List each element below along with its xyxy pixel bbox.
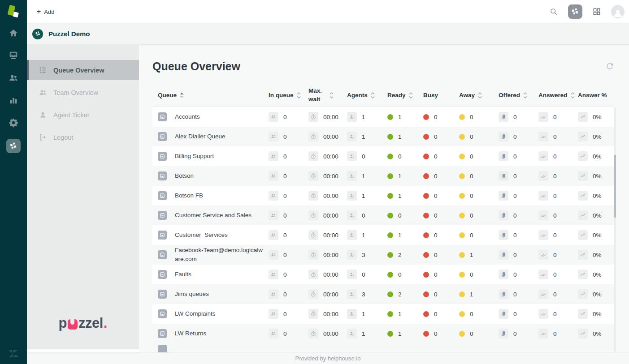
agents-value: 3	[362, 252, 365, 258]
busy-value: 0	[434, 193, 438, 199]
column-header-agents[interactable]: Agents	[343, 91, 384, 99]
sort-icon	[523, 91, 528, 99]
answer-pct-value: 0%	[593, 330, 602, 337]
ready-status-dot	[387, 154, 393, 159]
busy-status-dot	[423, 193, 429, 199]
answer-pct-trend-icon	[578, 171, 588, 181]
table-row[interactable]: Facebook-Team@demo.logicalware.com 0 00:…	[152, 245, 614, 265]
busy-status-dot	[423, 272, 429, 278]
ready-value: 1	[398, 114, 402, 120]
table-row[interactable]: Customer_Services 0 00:00 1 1 0	[152, 225, 614, 245]
agents-value: 1	[362, 330, 365, 337]
away-value: 0	[470, 114, 473, 120]
answered-value: 0	[553, 173, 557, 180]
busy-value: 0	[434, 311, 438, 317]
footer: Provided by helphouse.io	[27, 352, 629, 364]
home-icon[interactable]	[7, 27, 20, 39]
column-header-ready[interactable]: Ready	[384, 91, 420, 99]
column-header-max-wait[interactable]: Max. wait	[305, 87, 343, 103]
table-row[interactable]: LW Returns 0 00:00 1 1 0	[152, 324, 614, 343]
agents-icon	[347, 309, 357, 319]
table-row[interactable]: Botson FB 0 00:00 1 1 0	[152, 186, 614, 206]
puzzel-circle-icon	[32, 29, 43, 39]
answer-pct-trend-icon	[578, 151, 588, 161]
ready-value: 0	[398, 153, 402, 160]
in-queue-value: 0	[283, 291, 287, 298]
queue-icon	[158, 211, 167, 220]
agents-icon	[347, 112, 357, 122]
sidebar-item-agent-ticker[interactable]: Agent Ticker	[27, 105, 139, 125]
busy-value: 0	[434, 252, 438, 258]
offered-document-icon	[499, 250, 508, 260]
table-row[interactable]: Alex Dialler Queue 0 00:00 1 1 0	[152, 127, 614, 146]
table-row[interactable]: Accounts 0 00:00 1 1 0	[152, 107, 614, 127]
table-scrollbar[interactable]	[614, 107, 616, 352]
in-queue-value: 0	[283, 212, 287, 219]
settings-gear-icon[interactable]	[7, 116, 20, 129]
search-icon[interactable]	[549, 7, 558, 16]
answer-pct-trend-icon	[578, 289, 588, 299]
answer-pct-trend-icon	[578, 191, 588, 201]
inbox-icon[interactable]	[7, 49, 20, 62]
column-header-offered[interactable]: Offered	[495, 91, 535, 99]
column-header-busy[interactable]: Busy	[420, 92, 455, 98]
refresh-icon[interactable]	[605, 62, 614, 71]
people-icon[interactable]	[7, 72, 20, 84]
column-header-in-queue[interactable]: In queue	[265, 91, 305, 99]
column-header-away[interactable]: Away	[455, 91, 495, 99]
table-row[interactable]: Botson 0 00:00 1 1 0	[152, 166, 614, 186]
answer-pct-trend-icon	[578, 329, 588, 338]
table-row[interactable]: Billing Support 0 00:00 0 0 0	[152, 146, 614, 166]
table-row[interactable]: LW Complaints 0 00:00 1 1 0	[152, 304, 614, 324]
table-row[interactable]: Faults 0 00:00 0 0 0	[152, 265, 614, 284]
page-title: Queue Overview	[152, 60, 240, 73]
app-title: Puzzel Demo	[48, 30, 90, 38]
away-status-dot	[459, 173, 465, 179]
ready-status-dot	[387, 213, 393, 218]
max-wait-value: 00:00	[323, 114, 338, 120]
table-row[interactable]: Jims queues 0 00:00 3 2 0	[152, 284, 614, 304]
max-wait-stopwatch-icon	[308, 270, 318, 279]
table-row-partial[interactable]	[152, 343, 614, 352]
busy-value: 0	[434, 153, 438, 160]
answer-pct-trend-icon	[578, 309, 588, 319]
answer-pct-trend-icon	[578, 132, 588, 141]
queue-name: Facebook-Team@demo.logicalware.com	[175, 246, 265, 263]
puzzel-topbar-app-icon[interactable]	[568, 4, 582, 19]
sidebar-item-team-overview[interactable]: Team Overview	[27, 82, 139, 103]
agents-icon	[347, 132, 357, 141]
answer-pct-value: 0%	[593, 271, 602, 278]
sidebar: Queue Overview Team Overview Agent Ticke…	[27, 45, 139, 349]
puzzel-app-icon[interactable]	[6, 139, 21, 153]
column-header-answered[interactable]: Answered	[535, 91, 574, 99]
column-header-queue[interactable]: Queue	[152, 91, 265, 99]
in-queue-icon	[269, 230, 278, 240]
offered-document-icon	[499, 210, 508, 220]
sidebar-item-logout[interactable]: Logout	[27, 127, 139, 147]
away-status-dot	[459, 193, 465, 199]
busy-value: 0	[434, 271, 438, 278]
answer-pct-value: 0%	[593, 133, 602, 140]
answered-value: 0	[553, 252, 557, 258]
offered-value: 0	[513, 133, 517, 140]
reports-icon[interactable]	[7, 94, 20, 107]
queue-name: Faults	[175, 270, 191, 279]
app-tab-bar[interactable]: Puzzel Demo	[27, 23, 629, 45]
sidebar-item-queue-overview[interactable]: Queue Overview	[27, 60, 139, 80]
add-tab-button[interactable]: + Add	[32, 0, 59, 23]
max-wait-value: 00:00	[323, 330, 338, 337]
away-value: 0	[470, 311, 473, 317]
answer-pct-value: 0%	[593, 173, 602, 180]
plus-icon: +	[37, 8, 41, 15]
busy-value: 0	[434, 133, 438, 140]
column-header-answer-pct[interactable]: Answer %	[574, 92, 614, 98]
queue-icon	[158, 231, 167, 240]
ready-value: 1	[398, 193, 402, 199]
offered-value: 0	[513, 114, 517, 120]
scrollbar-thumb[interactable]	[614, 155, 616, 218]
agents-value: 0	[362, 153, 365, 160]
apps-grid-icon[interactable]	[592, 7, 601, 16]
table-header: Queue In queue Max. wait Agents Ready Bu…	[152, 84, 614, 107]
user-avatar[interactable]	[611, 5, 625, 18]
table-row[interactable]: Customer Service and Sales 0 00:00 0 0	[152, 206, 614, 225]
